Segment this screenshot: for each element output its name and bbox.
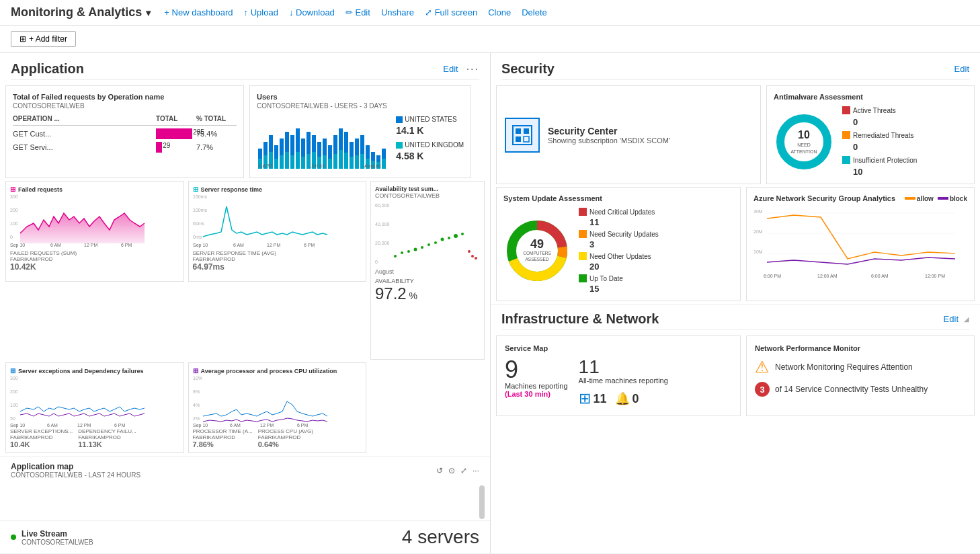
top-bar: Monitoring & Analytics ▾ + New dashboard… (0, 0, 980, 26)
security-edit-button[interactable]: Edit (954, 64, 969, 74)
table-row: GET Cust... 285 75.4% (13, 128, 237, 139)
all-time-label: All-time machines reporting (579, 377, 668, 385)
svg-text:0: 0 (375, 260, 378, 264)
svg-text:6 PM: 6 PM (114, 423, 126, 428)
security-center-subtitle: Showing subscription 'MSDIX SCOM' (548, 136, 670, 145)
failed-requests-subtitle: CONTOSORETAILWEB (13, 102, 237, 110)
svg-text:60ms: 60ms (193, 221, 205, 226)
security-section: Security Edit (491, 53, 980, 304)
svg-rect-37 (328, 159, 332, 169)
app-title: Monitoring & Analytics ▾ (11, 5, 151, 19)
svg-text:20,000: 20,000 (375, 241, 390, 245)
svg-text:12:00 AM: 12:00 AM (817, 274, 838, 278)
svg-text:12 PM: 12 PM (260, 423, 274, 428)
bar-chart-item: 29 (156, 142, 196, 153)
title-dropdown-icon[interactable]: ▾ (146, 7, 151, 18)
svg-point-85 (475, 257, 477, 260)
availability-tile: Availability test sum... CONTOSORETAILWE… (370, 181, 485, 360)
table-row: GET Servi... 29 7.7% (13, 142, 237, 153)
svg-text:Sep 10: Sep 10 (10, 243, 25, 248)
failed-requests-sparkline: 300 200 100 0 Sep 10 6 AM 12 PM 6 PM (10, 193, 179, 247)
svg-point-76 (421, 246, 423, 249)
svg-text:150ms: 150ms (193, 194, 208, 199)
svg-text:Sep 10: Sep 10 (193, 243, 208, 248)
svg-text:4%: 4% (193, 403, 200, 407)
svg-text:100: 100 (10, 403, 18, 407)
svg-text:August: August (364, 163, 382, 169)
svg-point-107 (780, 118, 827, 165)
svg-text:12 PM: 12 PM (77, 423, 91, 428)
svg-text:6 AM: 6 AM (230, 423, 241, 428)
svg-text:COMPUTERS: COMPUTERS (523, 251, 551, 255)
system-update-donut: 49 COMPUTERS ASSESSED (503, 217, 571, 284)
unshare-button[interactable]: Unshare (381, 7, 414, 17)
resize-handle[interactable]: ◢ (964, 315, 969, 323)
security-center-title: Security Center (548, 126, 670, 136)
svg-rect-42 (355, 155, 359, 169)
npm-error: 3 of 14 Service Connectivity Tests Unhea… (755, 382, 966, 397)
fullscreen-button[interactable]: ⤢ Full screen (425, 7, 477, 17)
delete-button[interactable]: Delete (522, 7, 547, 17)
svg-text:10: 10 (798, 129, 810, 141)
svg-point-83 (468, 250, 471, 253)
svg-text:6 PM: 6 PM (121, 243, 132, 247)
app-map-bar: Application map CONTOSORETAILWEB - LAST … (0, 456, 490, 484)
main-content: Application Edit ··· Total of Failed req… (0, 53, 980, 553)
bell-icon: 🔔 (615, 391, 630, 406)
application-edit-button[interactable]: Edit (443, 64, 458, 74)
infra-title: Infrastructure & Network (501, 311, 659, 327)
svg-point-73 (401, 251, 403, 254)
clone-button[interactable]: Clone (488, 7, 511, 17)
top-bar-actions: + New dashboard ↑ Upload ↓ Download ✏ Ed… (164, 7, 546, 17)
infra-edit-button[interactable]: Edit (944, 314, 958, 324)
svg-point-78 (434, 241, 437, 244)
svg-text:0: 0 (10, 235, 13, 239)
expand-icon[interactable]: ⤢ (460, 466, 467, 475)
svg-rect-103 (516, 128, 521, 134)
users-subtitle: CONTOSORETAILWEB - USERS - 3 DAYS (257, 102, 464, 110)
cpu-utilization-title: ⊞ Average processor and process CPU util… (193, 367, 362, 374)
npm-title: Network Performance Monitor (755, 344, 966, 352)
upload-button[interactable]: ↑ Upload (244, 7, 278, 17)
refresh-icon[interactable]: ↺ (436, 466, 443, 475)
new-dashboard-button[interactable]: + New dashboard (164, 7, 233, 17)
infra-header: Infrastructure & Network Edit ◢ (491, 304, 980, 329)
svg-rect-40 (344, 153, 348, 169)
antimalware-tile: Antimalware Assessment 10 NEED ATTENTION (766, 85, 975, 184)
app-map-title: Application map (11, 462, 140, 471)
application-more-button[interactable]: ··· (466, 63, 479, 75)
edit-button[interactable]: ✏ Edit (345, 7, 370, 17)
antimalware-donut: 10 NEED ATTENTION (774, 112, 834, 172)
live-stream-subtitle: CONTOSORETAILWEB (22, 539, 93, 546)
svg-rect-104 (524, 128, 529, 134)
svg-text:6 PM: 6 PM (297, 423, 309, 428)
svg-point-77 (427, 243, 430, 246)
svg-text:20M: 20M (753, 229, 763, 234)
npm-tile: Network Performance Monitor ⚠ Network Mo… (746, 335, 975, 416)
azure-network-chart: 30M 20M 10M 6:00 PM 12:00 AM 6:00 AM (753, 205, 962, 279)
svg-text:Sep 10: Sep 10 (193, 423, 208, 428)
more-icon[interactable]: ··· (473, 466, 479, 475)
users-tile: Users CONTOSORETAILWEB - USERS - 3 DAYS (249, 85, 471, 178)
service-map-title: Service Map (505, 344, 732, 352)
bar-chart-item: 285 (156, 128, 196, 139)
svg-rect-32 (301, 157, 305, 169)
windows-icon: ⊞ (579, 390, 591, 407)
security-row1: Security Center Showing subscription 'MS… (491, 80, 980, 187)
svg-text:10M: 10M (753, 249, 763, 254)
users-title: Users (257, 93, 464, 101)
server-response-sparkline: 150ms 100ms 60ms 0ms Sep 10 6 AM 12 PM 6… (193, 193, 362, 247)
scrollbar-handle[interactable] (479, 485, 485, 519)
add-filter-button[interactable]: ⊞ + Add filter (11, 31, 76, 47)
svg-text:10%: 10% (193, 376, 202, 381)
infrastructure-section: Infrastructure & Network Edit ◢ Service … (491, 304, 980, 422)
security-title: Security (501, 61, 555, 77)
svg-text:6:00 PM: 6:00 PM (764, 274, 781, 278)
live-dot (11, 535, 16, 540)
svg-text:49: 49 (530, 237, 544, 251)
stop-icon[interactable]: ⊙ (448, 466, 455, 475)
machines-label: Machines reporting (505, 382, 568, 390)
svg-text:6 AM: 6 AM (47, 423, 58, 428)
security-row2: System Update Assessment (491, 187, 980, 304)
download-button[interactable]: ↓ Download (289, 7, 335, 17)
